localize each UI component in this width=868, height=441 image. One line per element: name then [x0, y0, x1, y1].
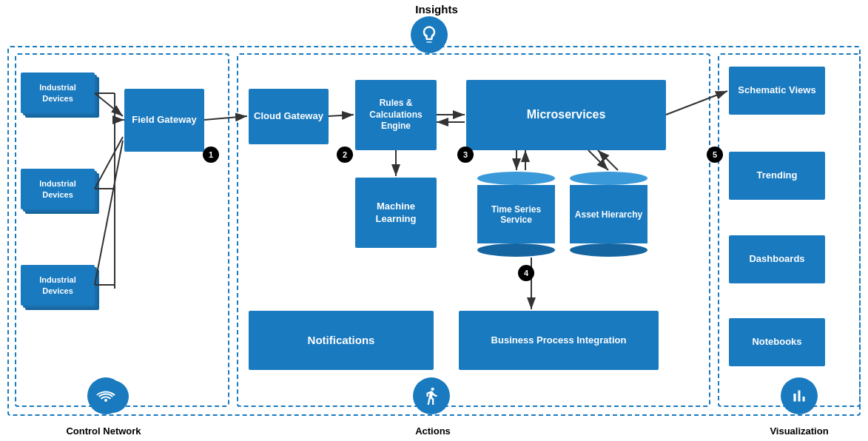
insights-label: Insights — [407, 3, 466, 16]
step-2: 2 — [337, 147, 353, 163]
industrial-devices-2: Industrial Devices — [21, 169, 95, 209]
device-group-3: Industrial Devices — [21, 265, 95, 306]
notebooks-box: Notebooks — [729, 318, 825, 366]
cloud-gateway-box: Cloud Gateway — [249, 89, 329, 144]
asset-hierarchy-box: Asset Hierarchy — [570, 172, 647, 257]
step-1: 1 — [203, 147, 219, 163]
time-series-box: Time Series Service — [477, 172, 555, 257]
rules-engine-box: Rules & Calculations Engine — [355, 80, 437, 150]
step-3: 3 — [457, 147, 474, 163]
notifications-box: Notifications — [249, 311, 434, 370]
industrial-devices-1: Industrial Devices — [21, 73, 95, 113]
actions-icon — [413, 377, 450, 414]
schematic-views-box: Schematic Views — [729, 67, 825, 115]
industrial-devices-3: Industrial Devices — [21, 265, 95, 306]
actions-label: Actions — [396, 425, 470, 437]
dashboards-box: Dashboards — [729, 235, 825, 283]
control-network-wifi-icon — [87, 377, 124, 414]
diagram-wrapper: Insights Industrial Devices Industrial D… — [0, 0, 868, 441]
machine-learning-box: Machine Learning — [355, 178, 437, 248]
visualization-icon — [781, 377, 818, 414]
step-4: 4 — [518, 265, 534, 281]
device-group-1: Industrial Devices — [21, 73, 95, 113]
trending-box: Trending — [729, 152, 825, 200]
bpi-box: Business Process Integration — [459, 311, 659, 370]
microservices-box: Microservices — [466, 80, 666, 150]
step-5: 5 — [707, 147, 723, 163]
device-group-2: Industrial Devices — [21, 169, 95, 209]
control-network-label: Control Network — [59, 425, 148, 437]
visualization-label: Visualization — [755, 425, 844, 437]
field-gateway-box: Field Gateway — [124, 89, 204, 152]
